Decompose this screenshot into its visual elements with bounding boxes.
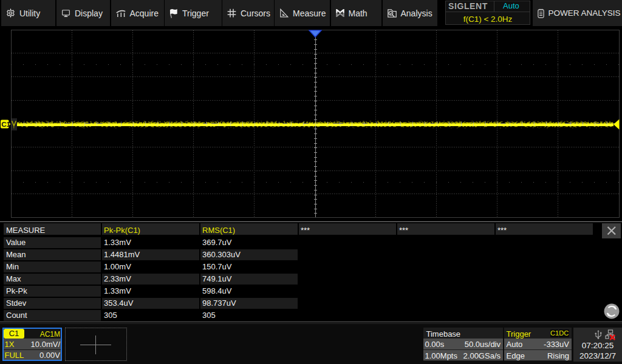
svg-text:C1: C1 [1,121,10,128]
